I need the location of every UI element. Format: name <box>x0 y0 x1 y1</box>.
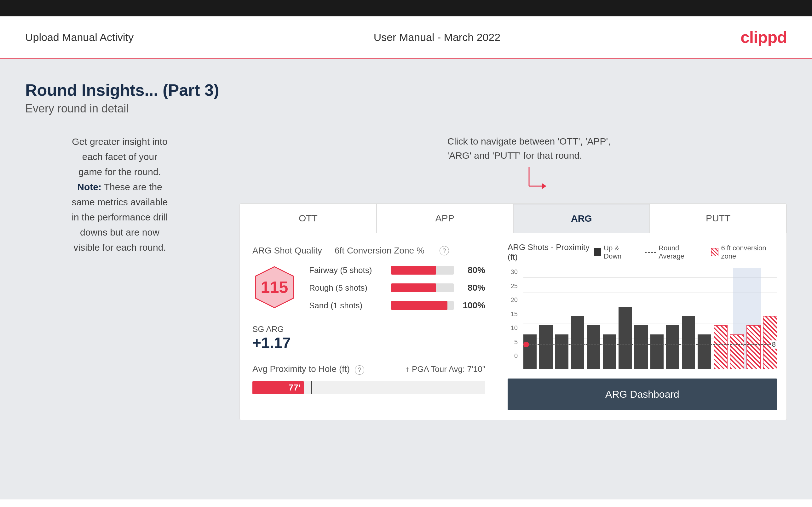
sg-section: SG ARG +1.17 <box>252 324 485 351</box>
left-stats-panel: ARG Shot Quality 6ft Conversion Zone % ?… <box>240 233 498 420</box>
right-chart-panel: ARG Shots - Proximity (ft) Up & Down Rou… <box>498 233 786 420</box>
upload-manual-label[interactable]: Upload Manual Activity <box>25 31 134 44</box>
chart-y-axis: 30 25 20 15 10 5 0 <box>508 268 520 359</box>
legend-conversion: 6 ft conversion zone <box>711 244 777 261</box>
dashboard-card: OTT APP ARG PUTT ARG Shot Quality 6ft Co… <box>240 204 787 420</box>
y-label-15: 15 <box>511 311 518 318</box>
bar-chart: 30 25 20 15 10 5 0 <box>508 268 777 369</box>
legend-updown-box <box>594 248 601 256</box>
rough-pct: 80% <box>460 283 485 293</box>
right-section: Click to navigate between 'OTT', 'APP','… <box>240 134 787 420</box>
dashed-line-dot <box>523 342 529 347</box>
dashed-round-avg-line: 8 <box>523 344 777 345</box>
proximity-label: Avg Proximity to Hole (ft) ? <box>252 364 364 375</box>
y-label-10: 10 <box>511 324 518 332</box>
footer: Copyright Clippd 2021 <box>0 499 812 507</box>
legend-conversion-label: 6 ft conversion zone <box>721 244 777 261</box>
shot-row-rough: Rough (5 shots) 80% <box>309 283 485 293</box>
tab-ott[interactable]: OTT <box>240 204 376 233</box>
bar-11 <box>682 316 695 369</box>
note-label: Note: <box>77 182 101 192</box>
legend-roundavg: Round Average <box>645 244 702 261</box>
page-subtitle: Every round in detail <box>25 102 787 115</box>
bar-12 <box>698 334 711 369</box>
proximity-bar: 77' <box>252 381 485 394</box>
rough-bar-fill <box>391 283 436 292</box>
annotation-arrow <box>510 166 548 197</box>
proximity-header: Avg Proximity to Hole (ft) ? ↑ PGA Tour … <box>252 364 485 375</box>
insight-line5: in the performance drill <box>71 212 168 222</box>
insight-description: Get greater insight into each facet of y… <box>25 134 214 255</box>
chart-header: ARG Shots - Proximity (ft) Up & Down Rou… <box>508 242 777 262</box>
insight-line4: same metrics available <box>71 197 168 207</box>
shot-bars: Fairway (5 shots) 80% Rough (5 shots) <box>309 265 485 318</box>
bar-7 <box>618 307 632 369</box>
fairway-label: Fairway (5 shots) <box>309 266 385 275</box>
insight-line7: visible for each round. <box>73 242 166 252</box>
rough-bar <box>391 283 454 292</box>
bar-3 <box>555 334 568 369</box>
tab-app[interactable]: APP <box>376 204 513 233</box>
chart-title: ARG Shots - Proximity (ft) <box>508 242 594 262</box>
bar-2 <box>539 325 552 369</box>
top-bar <box>0 0 812 16</box>
bar-6 <box>603 334 616 369</box>
annotation-area: Click to navigate between 'OTT', 'APP','… <box>334 134 724 197</box>
y-label-5: 5 <box>514 339 518 346</box>
hex-badge-container: 115 Fairway (5 shots) 80% <box>252 265 485 318</box>
bar-8 <box>634 325 648 369</box>
chart-area: 8 <box>523 268 777 369</box>
shot-quality-label: ARG Shot Quality <box>252 246 322 256</box>
sand-bar <box>391 301 454 310</box>
bar-15-hatch <box>747 325 760 369</box>
proximity-value: 77' <box>289 383 301 393</box>
legend-updown-label: Up & Down <box>604 244 635 261</box>
chart-legend: Up & Down Round Average 6 ft conversion … <box>594 244 777 261</box>
note-text: These are the <box>101 182 162 192</box>
hex-badge: 115 <box>252 265 297 309</box>
insight-line6: downs but are now <box>80 227 159 237</box>
chart-bars <box>523 278 777 369</box>
insight-line2: each facet of your <box>82 152 157 162</box>
y-label-0: 0 <box>514 352 518 359</box>
legend-roundavg-dash <box>645 252 656 253</box>
tab-arg[interactable]: ARG <box>513 204 650 233</box>
sand-pct: 100% <box>460 300 485 311</box>
shot-row-sand: Sand (1 shots) 100% <box>309 300 485 311</box>
bar-13-hatch <box>714 325 727 369</box>
bar-5 <box>587 325 600 369</box>
conversion-label: 6ft Conversion Zone % <box>335 246 424 256</box>
fairway-bar <box>391 266 454 275</box>
sand-label: Sand (1 shots) <box>309 301 385 311</box>
sg-value: +1.17 <box>252 334 485 351</box>
fairway-pct: 80% <box>460 265 485 275</box>
bar-1 <box>523 334 537 369</box>
insight-line1: Get greater insight into <box>72 136 168 147</box>
proximity-section: Avg Proximity to Hole (ft) ? ↑ PGA Tour … <box>252 364 485 394</box>
legend-updown: Up & Down <box>594 244 636 261</box>
page-title: Round Insights... (Part 3) <box>25 80 787 100</box>
legend-conversion-box <box>711 248 719 256</box>
pga-avg: ↑ PGA Tour Avg: 7'10" <box>406 364 485 374</box>
svg-marker-2 <box>542 183 546 189</box>
panels-row: ARG Shot Quality 6ft Conversion Zone % ?… <box>240 233 786 420</box>
proximity-cursor <box>311 381 312 394</box>
rough-label: Rough (5 shots) <box>309 283 385 293</box>
hex-number: 115 <box>261 278 288 297</box>
proximity-bar-fill: 77' <box>252 381 304 394</box>
header: Upload Manual Activity User Manual - Mar… <box>0 16 812 59</box>
sg-label: SG ARG <box>252 324 485 334</box>
help-icon[interactable]: ? <box>440 246 449 256</box>
arg-dashboard-button[interactable]: ARG Dashboard <box>508 379 777 410</box>
shot-row-fairway: Fairway (5 shots) 80% <box>309 265 485 275</box>
nav-tabs: OTT APP ARG PUTT <box>240 204 786 233</box>
tab-putt[interactable]: PUTT <box>650 204 786 233</box>
clippd-logo: clippd <box>741 28 787 47</box>
left-panel: Get greater insight into each facet of y… <box>25 134 214 255</box>
main-content: Round Insights... (Part 3) Every round i… <box>0 59 812 499</box>
insight-line3: game for the round. <box>79 167 161 177</box>
dashed-line-value: 8 <box>771 340 777 349</box>
bar-4 <box>571 316 584 369</box>
y-label-25: 25 <box>511 282 518 290</box>
proximity-help-icon[interactable]: ? <box>355 365 364 375</box>
